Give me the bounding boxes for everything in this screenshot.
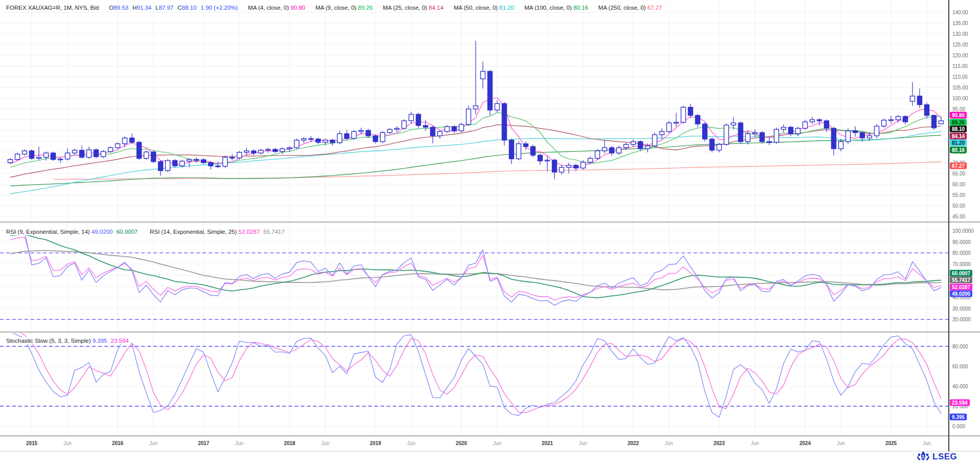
lseg-crest-icon — [917, 451, 930, 462]
quote-change: 1.90 (+2.20%) — [201, 5, 238, 11]
rsi14-line — [10, 237, 941, 300]
ma-9-line — [10, 113, 941, 167]
gridlines — [0, 0, 949, 436]
stoch-d-line — [10, 328, 941, 412]
stochastic-legend[interactable]: Stochastic Slow (5, 3, 3, Simple) 9.3952… — [6, 337, 131, 344]
rsi9-signal-line — [10, 234, 941, 298]
ma-value: 90.80 — [291, 5, 305, 11]
quote-field-label: C — [177, 5, 182, 11]
quote-field-value: 87.97 — [159, 5, 173, 11]
quote-field-value: 91.34 — [137, 5, 151, 11]
ma-value: 89.26 — [358, 5, 373, 11]
ohlc-quote: O89.53H91.34L87.97C88.101.90 (+2.20%) — [109, 5, 248, 11]
stoch-k-line — [10, 332, 941, 417]
lseg-logo-text: LSEG — [932, 452, 957, 462]
quote-field-value: 89.53 — [114, 5, 128, 11]
rsi14-signal-line — [10, 251, 941, 290]
ma-label: MA (4, close, 0) — [248, 5, 291, 11]
quote-field-label: H — [132, 5, 137, 11]
rsi2-label: RSI (14, Exponential, Simple, 25) — [150, 229, 238, 235]
ma-label: MA (250, close, 0) — [598, 5, 648, 11]
main-chart-legend[interactable]: FOREX XAUXAG=R, 1M, NYS, BidO89.53H91.34… — [6, 4, 674, 11]
rsi1-label: RSI (9, Exponential, Simple, 14) — [6, 229, 92, 235]
ma-label: MA (100, close, 0) — [524, 5, 573, 11]
rsi1-value: 49.0200 — [92, 229, 113, 235]
rsi2-value: 52.0287 — [238, 229, 260, 235]
stoch-label: Stochastic Slow (5, 3, 3, Simple) — [6, 338, 93, 344]
ma-label: MA (25, close, 0) — [383, 5, 429, 11]
stoch-d-value: 23.594 — [111, 338, 129, 344]
instrument-title: FOREX XAUXAG=R, 1M, NYS, Bid — [6, 5, 99, 11]
rsi-legend[interactable]: RSI (9, Exponential, Simple, 14) 49.0200… — [6, 228, 286, 235]
ma-label: MA (9, close, 0) — [316, 5, 358, 11]
chart-application: 140.00135.00130.00125.00120.00115.00110.… — [0, 0, 980, 463]
rsi2-signal: 55.7417 — [263, 229, 285, 235]
rsi1-signal: 60.0007 — [116, 229, 138, 235]
ma-value: 81.20 — [499, 5, 514, 11]
ma-value: 80.16 — [573, 5, 588, 11]
ma-legend: MA (4, close, 0) 90.80MA (9, close, 0) 8… — [248, 5, 673, 11]
stoch-k-value: 9.395 — [93, 338, 107, 344]
ma-value: 84.14 — [429, 5, 443, 11]
ma-value: 67.27 — [648, 5, 662, 11]
ma-label: MA (50, close, 0) — [454, 5, 499, 11]
quote-field-value: 88.10 — [182, 5, 197, 11]
quote-field-label: O — [109, 5, 114, 11]
rsi9-line — [10, 232, 941, 305]
lseg-logo: LSEG — [917, 451, 957, 462]
